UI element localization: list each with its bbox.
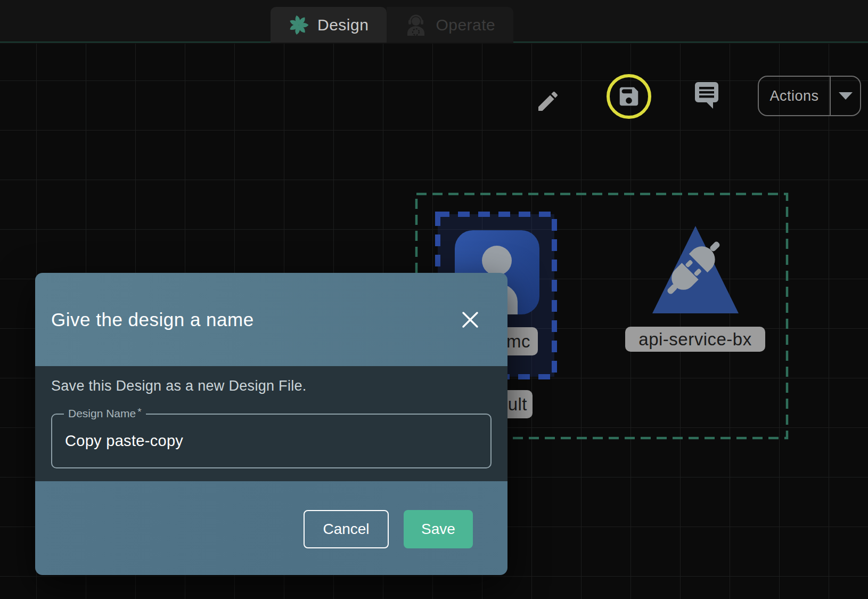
actions-split-button: Actions xyxy=(758,76,861,116)
actions-button[interactable]: Actions xyxy=(759,77,830,115)
dialog-footer: Cancel Save xyxy=(35,481,507,575)
dialog-description: Save this Design as a new Design File. xyxy=(51,366,492,394)
pencil-icon xyxy=(535,88,561,114)
meshery-logo-icon xyxy=(289,15,309,35)
api-service-node[interactable] xyxy=(652,226,739,313)
tab-design-label: Design xyxy=(317,16,369,34)
node-label-api-service: api-service-bx xyxy=(625,327,765,352)
save-design-dialog: Give the design a name Save this Design … xyxy=(35,273,507,575)
edit-button[interactable] xyxy=(535,88,561,116)
design-name-label-text: Design Name xyxy=(68,407,136,420)
dialog-close-button[interactable] xyxy=(458,308,482,331)
design-name-input[interactable] xyxy=(52,415,490,467)
actions-dropdown-button[interactable] xyxy=(830,77,860,115)
mode-tabs: Design Operate xyxy=(271,7,513,43)
cancel-button[interactable]: Cancel xyxy=(304,510,389,548)
caret-down-icon xyxy=(839,92,853,100)
tab-design[interactable]: Design xyxy=(271,7,387,43)
meshery-design-screen: mc ult api-service-bx Design xyxy=(0,0,868,599)
save-button[interactable]: Save xyxy=(404,510,473,548)
required-marker: * xyxy=(137,406,141,419)
person-icon xyxy=(482,246,512,276)
dialog-title: Give the design a name xyxy=(35,309,254,330)
dialog-header: Give the design a name xyxy=(35,273,507,366)
design-name-label: Design Name * xyxy=(64,407,146,420)
save-design-button[interactable] xyxy=(607,74,651,119)
tab-operate-label: Operate xyxy=(436,16,495,34)
close-icon xyxy=(461,310,480,329)
operator-icon xyxy=(405,14,427,36)
floppy-disk-icon xyxy=(617,84,641,109)
design-name-field-outline: Design Name * xyxy=(51,414,492,468)
comment-icon xyxy=(693,82,720,113)
comment-button[interactable] xyxy=(693,82,720,115)
top-bar: Design Operate xyxy=(0,0,868,43)
dialog-body: Save this Design as a new Design File. D… xyxy=(35,366,507,481)
tab-operate[interactable]: Operate xyxy=(387,7,513,43)
